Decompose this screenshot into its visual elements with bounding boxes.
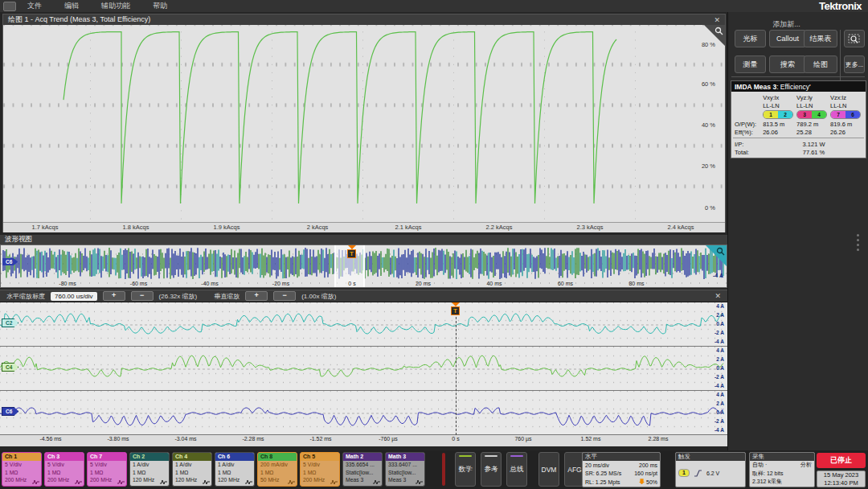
fn-button-dvm[interactable]: DVM (538, 452, 559, 487)
channel-badge-ch-6[interactable]: Ch 61 A/div1 MΩ120 MHz (215, 452, 255, 487)
zoom-time-tick-label: -760 µs (379, 436, 398, 442)
channel-badge-math-2[interactable]: Math 2335.6654 ...Static[low...Meas 3 (342, 452, 383, 487)
trigger-level: 6.2 V (706, 471, 719, 476)
plot-area[interactable]: 80 %60 %40 %20 %0 % (3, 25, 725, 222)
horizontal-panel[interactable]: 水平 20 ms/div200 ms SR: 6.25 MS/s160 ns/p… (582, 452, 661, 487)
zoom-select-icon (848, 34, 861, 44)
date: 15 May 2023 (817, 471, 865, 479)
meas-col-header: Vxy:lx (763, 94, 796, 101)
channel-badge-line: 5 V/div (2, 461, 41, 469)
meas-value: 26.06 (763, 129, 796, 136)
channel-badge-line: Static[low... (386, 469, 424, 477)
search-button[interactable]: 搜索 (769, 55, 806, 73)
channel-badge-ch-2[interactable]: Ch 21 A/div1 MΩ120 MHz (129, 452, 170, 487)
trigger-panel[interactable]: 触发 1 6.2 V (675, 452, 746, 487)
probe-icon (32, 479, 39, 485)
vzoom-label: 垂直缩放 (214, 292, 240, 301)
plot-title-bar[interactable]: 绘图 1 - Acq Trend (Meas 3, Total Efficien… (3, 14, 725, 25)
zoom-select-button[interactable] (844, 30, 865, 47)
hzoom-scale-value[interactable]: 760.00 us/div (51, 292, 97, 301)
zoom-time-tick-label: 0 s (452, 436, 459, 442)
probe-icon (330, 479, 338, 485)
divider (733, 138, 864, 138)
magnifier-icon (716, 247, 725, 256)
plot-button[interactable]: 绘图 (804, 55, 837, 73)
menu-edit[interactable]: 编辑 (64, 1, 79, 11)
splitter-handle[interactable] (857, 234, 859, 251)
meas-value: 789.2 m (796, 121, 830, 128)
close-icon[interactable]: ✕ (714, 292, 721, 300)
overview-time-tick-label: -20 ms (272, 281, 289, 286)
channel-badge-ch-1[interactable]: Ch 15 V/div1 MΩ200 MHz (2, 452, 42, 487)
rising-edge-icon (694, 469, 702, 478)
waveform-view-title: 波形视图 (5, 235, 32, 244)
channel-badge-name: Ch 8 (258, 453, 297, 461)
scroll-indicator[interactable] (442, 453, 445, 486)
ip-value: 3.121 W (764, 141, 864, 148)
overview-time-tick-label: 60 ms (558, 281, 573, 286)
cursors-button[interactable]: 光标 (735, 30, 766, 47)
zoom-y-tick-label: 0 A (716, 409, 724, 415)
trigger-position-icon (639, 479, 645, 484)
channel-badge-ch-7[interactable]: Ch 75 V/div1 MΩ200 MHz (87, 452, 127, 487)
channel-badge-ch-4[interactable]: Ch 41 A/div1 MΩ120 MHz (172, 452, 212, 487)
divider (731, 76, 865, 77)
vzoom-minus-button[interactable]: − (273, 291, 296, 301)
meas-col-header: Vyz:ly (796, 94, 830, 101)
horizontal-title: 水平 (583, 453, 660, 461)
fn-button-参考[interactable]: 参考 (481, 452, 502, 487)
zoom-time-tick-label: 1.52 ms (581, 436, 601, 442)
channel-badge-line: 335.6654 ... (343, 461, 382, 469)
zoom-y-tick-label: -4 A (714, 383, 724, 388)
channel-badge-line: Static[low... (343, 469, 382, 477)
meas-col-header: Vzx:lz (830, 94, 864, 101)
right-sidebar: 添加新... 光标 Callout 结果表 测量 搜索 绘图 更多... IMD… (727, 12, 868, 450)
meas-wiring: LL-LN (763, 102, 796, 109)
zoom-panel-c4[interactable]: C4 4 A2 A0 A-2 A-4 A (0, 347, 727, 391)
waveform-overview[interactable]: T C6 -80 ms-60 ms-40 ms-20 ms0 s20 ms40 … (0, 244, 727, 288)
meas-title-rest: : Efficiency' (776, 83, 811, 91)
plot-y-tick-label: 0 % (705, 204, 715, 212)
hzoom-plus-button[interactable]: + (103, 291, 125, 301)
source-pair-badge: 12 (763, 110, 793, 119)
imda-meas3-panel[interactable]: IMDA Meas 3 : Efficiency' Vxy:lx Vyz:ly … (731, 80, 866, 158)
zoom-time-tick-label: -4.56 ms (39, 436, 61, 442)
zoom-time-tick-label: -2.28 ms (242, 436, 264, 442)
channel-badge-line: 200 mA/div (258, 461, 297, 469)
channel-badge-ch-3[interactable]: Ch 35 V/div1 MΩ200 MHz (44, 452, 84, 487)
menu-help[interactable]: 帮助 (153, 1, 167, 11)
meas-value: 819.6 m (830, 121, 864, 128)
acquisition-panel[interactable]: 采集 自动 ·分析 取样: 12 bits 2.312 k采集 (749, 452, 815, 487)
callout-button[interactable]: Callout (769, 30, 806, 47)
channel-badge-ch-8[interactable]: Ch 8200 mA/div1 MΩ50 MHz (257, 452, 297, 487)
zoom-trigger-marker[interactable]: T (451, 302, 460, 315)
hzoom-minus-button[interactable]: − (131, 291, 154, 301)
zoom-panel-c2[interactable]: C2 4 A2 A0 A-2 A-4 A (0, 302, 727, 347)
zoom-view: C2 4 A2 A0 A-2 A-4 A C4 4 A2 A0 A-2 A-4 … (0, 302, 727, 446)
vzoom-plus-button[interactable]: + (245, 291, 268, 301)
channel-badge-name: Math 3 (386, 453, 424, 461)
plot-x-tick-label: 1.7 kAcqs (32, 224, 59, 231)
channel-badge-line: 1 MΩ (2, 469, 41, 477)
probe-icon (288, 479, 295, 485)
waveform-view-header[interactable]: 波形视图 (0, 235, 727, 244)
plot-x-tick-label: 2.4 kAcqs (668, 224, 694, 231)
results-table-button[interactable]: 结果表 (804, 30, 837, 47)
channel-badge-line: 5 V/div (301, 461, 339, 469)
measure-button[interactable]: 测量 (735, 55, 766, 73)
stop-button[interactable]: 已停止 (817, 453, 866, 468)
close-icon[interactable]: ✕ (714, 16, 720, 24)
acq-trend-trace (3, 25, 725, 222)
channel-badge-name: Ch 2 (130, 453, 169, 461)
channel-badge-math-3[interactable]: Math 3333.6407 ...Static[low...Meas 3 (385, 452, 425, 487)
more-button[interactable]: 更多... (844, 55, 865, 73)
fn-button-总线[interactable]: 总线 (506, 452, 527, 487)
meas-row-label: Eff(%): (733, 129, 763, 136)
channel-badge-ch-5[interactable]: Ch 55 V/div1 MΩ200 MHz (300, 452, 340, 487)
overview-time-axis: -80 ms-60 ms-40 ms-20 ms0 s20 ms40 ms60 … (1, 245, 727, 287)
menu-accessibility[interactable]: 辅助功能 (101, 1, 130, 11)
fn-button-数学[interactable]: 数学 (455, 452, 476, 487)
zoom-panel-c6[interactable]: C6 4 A2 A0 A-2 A-4 A (0, 391, 727, 435)
menu-file[interactable]: 文件 (27, 1, 42, 11)
overview-time-tick-label: 80 ms (628, 281, 644, 286)
